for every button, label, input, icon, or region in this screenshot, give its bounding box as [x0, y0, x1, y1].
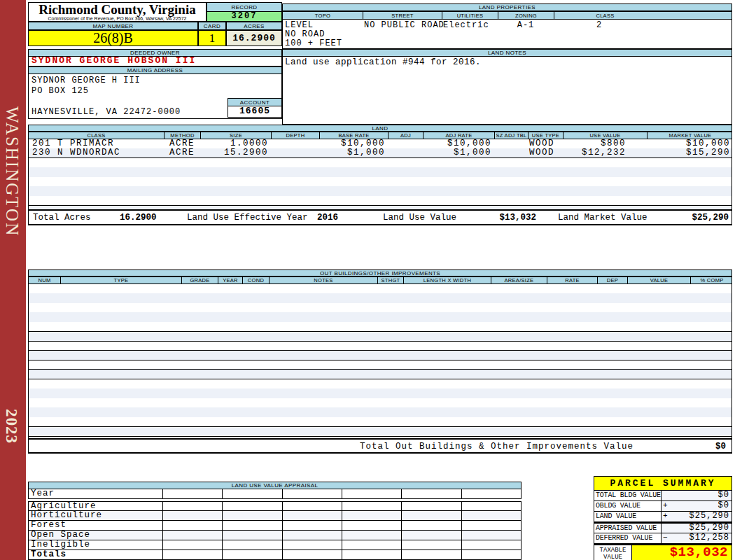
land-properties-body: LEVEL NO ROAD 100 + FEET NO PUBLIC ROAD … — [282, 20, 732, 49]
land-table-columns-header: MARKET VALUE — [647, 132, 732, 139]
land-empty-rows — [28, 158, 732, 210]
parcel-summary-value: $25,290 — [690, 512, 729, 521]
mailing-line: PO BOX 125 — [31, 86, 89, 96]
land-properties-columns-header: UTILITIES — [442, 12, 498, 19]
land-base-rate: $1,000 — [319, 148, 385, 158]
appraisal-row-label: Totals — [29, 550, 163, 559]
land-adj-rate: $1,000 — [423, 148, 491, 158]
land-properties-title: LAND PROPERTIES — [282, 4, 732, 11]
parcel-summary-label: OBLDG VALUE — [594, 501, 662, 511]
land-properties-columns-header: STREET — [363, 12, 442, 19]
land-properties-columns-header: TOPO — [283, 12, 363, 19]
parcel-summary-title: PARCEL SUMMARY — [594, 476, 732, 491]
appraisal-totals-row: Totals — [28, 550, 522, 560]
out-buildings-total-label: Total Out Buildings & Other Improvements… — [360, 442, 634, 451]
out-buildings-total-value: $0 — [715, 442, 726, 451]
parcel-summary-operator: + — [663, 512, 668, 521]
appraisal-row: Forest — [28, 521, 522, 531]
map-number-value: 26(8)B — [28, 30, 198, 46]
land-table-columns-header: SIZE — [200, 132, 271, 139]
appraisal-row-label: Forest — [29, 521, 163, 530]
appraisal-empty-cell — [163, 531, 223, 540]
appraisal-empty-cell — [283, 531, 342, 540]
parcel-summary-row: OBLDG VALUE + $0 — [594, 501, 732, 512]
parcel-summary-row: LAND VALUE + $25,290 — [594, 512, 732, 522]
county-title: Richmond County, Virginia — [29, 3, 206, 16]
record-value: 3207 — [206, 12, 282, 22]
sidebar-district-label: WASHINGTON — [2, 106, 22, 237]
appraisal-row: Year — [28, 489, 522, 499]
appraisal-empty-cell — [342, 502, 402, 510]
appraisal-empty-cell — [223, 521, 282, 530]
appraisal-empty-cell — [402, 550, 461, 559]
appraisal-row: Open Space — [28, 531, 522, 540]
land-method: ACRE — [164, 148, 200, 158]
topo-value: NO ROAD — [285, 29, 325, 39]
parcel-summary-row: TOTAL BLDG VALUE $0 — [594, 491, 732, 501]
taxable-label-line: VALUE — [594, 554, 631, 560]
parcel-summary-operator: − — [663, 533, 668, 542]
land-market-value-total: $25,290 — [670, 213, 729, 223]
appraisal-empty-cell — [223, 540, 282, 550]
land-table-row: 230 N WDNORDAC ACRE 15.2900 $1,000 $1,00… — [28, 148, 732, 158]
appraisal-empty-cell — [462, 540, 521, 550]
appraisal-empty-cell — [163, 550, 223, 559]
mailing-address-label: MAILING ADDRESS — [28, 66, 282, 74]
land-market-value-label: Land Market Value — [558, 213, 648, 223]
county-subtitle: Commissioner of the Revenue, PO Box 366,… — [29, 16, 206, 21]
appraisal-empty-cell — [402, 502, 461, 510]
mailing-line: HAYNESVILLE, VA 22472-0000 — [31, 107, 181, 117]
appraisal-empty-cell — [283, 511, 342, 520]
total-acres-label: Total Acres — [33, 213, 91, 223]
card-label: CARD — [198, 22, 226, 30]
taxable-value-amount: $13,032 — [632, 545, 732, 560]
land-notes-title: LAND NOTES — [282, 49, 732, 57]
parcel-summary-value: $25,290 — [690, 524, 729, 533]
appraisal-empty-cell — [342, 531, 402, 540]
appraisal-empty-cell — [462, 550, 521, 559]
parcel-summary-row: APPRAISED VALUE $25,290 — [594, 522, 732, 533]
mailing-line: SYDNOR GEORGE H III — [31, 76, 141, 85]
taxable-label-line: TAXABLE — [594, 547, 631, 554]
county-header: Richmond County, Virginia Commissioner o… — [28, 2, 206, 22]
land-use-value-total: $13,032 — [480, 213, 536, 223]
out-buildings-columns-header: RATE — [547, 277, 597, 284]
appraisal-empty-cell — [163, 521, 223, 530]
appraisal-row: Agriculture — [28, 501, 522, 511]
out-buildings-total-row: Total Out Buildings & Other Improvements… — [28, 439, 732, 454]
land-size: 15.2900 — [200, 148, 268, 158]
land-properties-columns: TOPOSTREETUTILITIESZONINGCLASS — [282, 11, 732, 20]
land-use-type: WOOD — [529, 148, 554, 158]
parcel-summary-value: $0 — [718, 501, 729, 510]
topo-value: LEVEL — [285, 20, 314, 30]
appraisal-empty-cell — [402, 521, 461, 530]
land-table-columns-header: ADJ RATE — [423, 132, 494, 139]
land-table-columns-header: CLASS — [29, 132, 164, 139]
appraisal-row: Ineligible — [28, 540, 522, 550]
land-table-columns-header: DEPTH — [271, 132, 319, 139]
utilities-value: Electric — [443, 20, 489, 30]
parcel-summary-label: LAND VALUE — [594, 512, 662, 522]
appraisal-empty-cell — [223, 489, 282, 498]
class-value: 2 — [554, 20, 645, 30]
appraisal-empty-cell — [283, 489, 342, 498]
out-buildings-columns-header: LENGTH X WIDTH — [403, 277, 491, 284]
appraisal-empty-cell — [223, 531, 282, 540]
zoning-value: A-1 — [498, 20, 554, 30]
appraisal-empty-cell — [462, 511, 521, 520]
out-buildings-columns-header: % COMP — [690, 277, 732, 284]
land-use-value-label: Land Use Value — [383, 213, 456, 223]
out-buildings-columns-header: VALUE — [627, 277, 690, 284]
acres-label: ACRES — [226, 22, 282, 30]
parcel-summary-label: APPRAISED VALUE — [594, 524, 662, 533]
land-totals-row: Total Acres 16.2900 Land Use Effective Y… — [28, 210, 732, 225]
land-use-appraisal-table: LAND USE VALUE APPRAISAL Year Agricultur… — [28, 482, 522, 560]
land-use-value: $12,232 — [563, 148, 626, 158]
appraisal-empty-cell — [163, 511, 223, 520]
appraisal-empty-cell — [462, 489, 521, 498]
out-buildings-columns-header: NOTES — [269, 277, 377, 284]
out-buildings-columns-header: AREA/SIZE — [491, 277, 547, 284]
parcel-summary-value: $12,258 — [690, 533, 729, 542]
appraisal-empty-cell — [163, 540, 223, 550]
taxable-value-row: TAXABLE VALUE $13,032 — [594, 544, 732, 560]
